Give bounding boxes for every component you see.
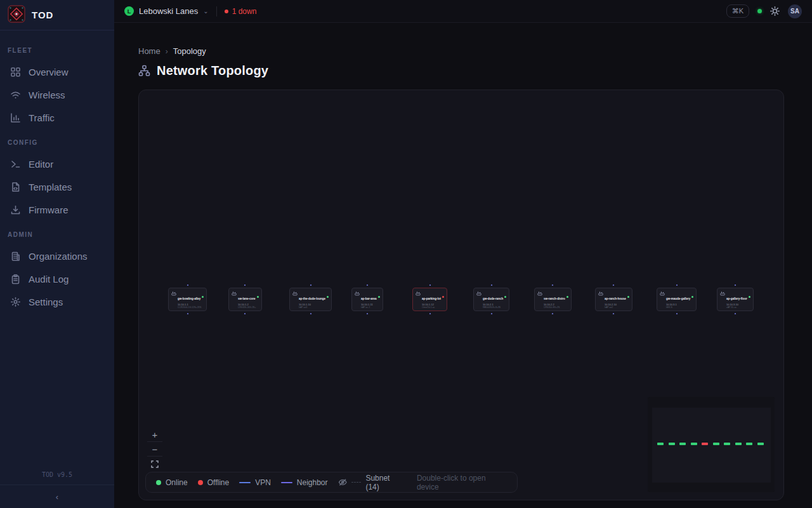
sidebar-item-settings[interactable]: Settings bbox=[3, 293, 112, 311]
user-avatar[interactable]: SA bbox=[788, 4, 802, 18]
topology-node[interactable]: ap-ranch-house10.10.2.10hAP ax2 bbox=[595, 288, 632, 311]
topbar-actions: ⌘K SA bbox=[726, 4, 802, 18]
sidebar-item-wireless[interactable]: Wireless bbox=[3, 86, 112, 104]
sun-icon bbox=[770, 6, 780, 16]
minimap-node-mark bbox=[724, 443, 730, 445]
eye-off-icon[interactable] bbox=[338, 478, 347, 487]
node-status-dot bbox=[566, 296, 568, 298]
topology-icon bbox=[138, 65, 150, 77]
node-name: ap-ranch-house bbox=[605, 297, 626, 300]
sidebar-item-firmware[interactable]: Firmware bbox=[3, 201, 112, 218]
zoom-out-button[interactable]: − bbox=[147, 442, 162, 457]
topology-canvas[interactable]: + − Online Offline VPN Neighbor bbox=[138, 90, 784, 500]
minimap-node-mark bbox=[713, 443, 719, 445]
topology-node[interactable]: ap-parking-lot10.10.1.12OmniTik 5 ac bbox=[412, 288, 447, 311]
device-icon bbox=[232, 291, 237, 296]
sidebar-item-label: Editor bbox=[29, 159, 53, 170]
topology-node[interactable]: gw-bowling-alley10.10.1.1CCR2004-1G-12S+… bbox=[168, 288, 207, 311]
sidebar-item-label: Settings bbox=[29, 297, 63, 307]
node-name: ap-the-dude-lounge bbox=[299, 297, 325, 300]
topology-node[interactable]: ap-the-dude-lounge10.10.1.10hAP ax3 bbox=[289, 288, 332, 311]
device-icon bbox=[598, 291, 603, 296]
fit-view-button[interactable] bbox=[147, 457, 162, 471]
sidebar-item-editor[interactable]: Editor bbox=[3, 155, 112, 173]
subnet-dash-icon bbox=[351, 482, 361, 483]
minimap-node-mark bbox=[735, 443, 742, 445]
devices-down-badge[interactable]: 1 down bbox=[225, 7, 257, 16]
topology-node[interactable]: ap-gallery-floor10.10.3.10cAP XL ac bbox=[717, 288, 754, 311]
sidebar-item-templates[interactable]: Templates bbox=[3, 178, 112, 196]
download-icon bbox=[10, 204, 21, 215]
brand[interactable]: TOD bbox=[0, 0, 114, 30]
topbar-divider bbox=[216, 6, 217, 17]
sidebar-collapse-button[interactable]: ‹ bbox=[0, 485, 114, 508]
topology-node[interactable]: sw-ranch-distro10.10.2.2CRS310-8G+2S bbox=[534, 288, 572, 311]
node-handle-top bbox=[244, 284, 246, 286]
sidebar-item-label: Organizations bbox=[29, 251, 88, 262]
sidebar-item-audit-log[interactable]: Audit Log bbox=[3, 270, 112, 288]
node-handle-top bbox=[366, 284, 369, 286]
topology-node[interactable]: gw-dude-ranch10.10.2.1RB5009UG+S+IN bbox=[473, 288, 509, 311]
topology-node[interactable]: sw-lane-core10.10.1.2CRS326-24G-2S+ bbox=[228, 288, 262, 311]
sidebar-item-traffic[interactable]: Traffic bbox=[3, 109, 112, 126]
legend-hint: Double-click to open device bbox=[417, 474, 507, 491]
minimap-node-mark bbox=[702, 443, 708, 445]
topology-node[interactable]: ap-bar-area10.10.1.11hAP ac 2 bbox=[351, 288, 383, 311]
file-icon bbox=[10, 182, 21, 192]
page-title-row: Network Topology bbox=[138, 64, 268, 78]
legend-neighbor: Neighbor bbox=[281, 478, 328, 487]
command-palette-shortcut[interactable]: ⌘K bbox=[726, 4, 749, 18]
breadcrumb-home[interactable]: Home bbox=[138, 46, 160, 56]
minimap[interactable] bbox=[648, 397, 775, 492]
node-status-dot bbox=[627, 296, 629, 298]
legend-subnet-label: Subnet (14) bbox=[365, 474, 403, 491]
device-icon bbox=[660, 291, 665, 296]
page-title: Network Topology bbox=[157, 64, 268, 78]
node-handle-bottom bbox=[429, 312, 431, 315]
app-logo-icon bbox=[8, 5, 25, 25]
legend-online: Online bbox=[156, 478, 188, 487]
node-handle-top bbox=[612, 284, 615, 286]
sidebar-item-overview[interactable]: Overview bbox=[3, 63, 112, 81]
brand-title: TOD bbox=[32, 10, 53, 20]
zoom-in-button[interactable]: + bbox=[147, 427, 162, 442]
nav-section-config: CONFIG bbox=[0, 131, 114, 150]
sidebar-item-label: Firmware bbox=[29, 204, 69, 215]
sidebar-item-organizations[interactable]: Organizations bbox=[3, 247, 112, 265]
topology-node[interactable]: gw-maude-gallery10.10.3.1hEX S bbox=[657, 288, 697, 311]
sidebar-item-label: Overview bbox=[29, 67, 69, 77]
node-model: hAP ax3 bbox=[299, 306, 329, 309]
sidebar-item-label: Traffic bbox=[29, 112, 55, 123]
node-status-dot bbox=[327, 296, 329, 298]
canvas-zoom-controls: + − bbox=[147, 427, 162, 471]
nav-section-fleet: FLEET bbox=[0, 39, 114, 58]
minimap-marks bbox=[657, 443, 764, 445]
legend-neighbor-label: Neighbor bbox=[297, 478, 328, 487]
org-switcher[interactable]: L Lebowski Lanes ⌄ bbox=[124, 6, 209, 16]
theme-toggle-button[interactable] bbox=[770, 6, 780, 16]
node-name: sw-ranch-distro bbox=[544, 297, 565, 300]
sidebar-item-label: Wireless bbox=[29, 90, 65, 100]
device-icon bbox=[171, 291, 176, 296]
vpn-line-icon bbox=[239, 482, 251, 483]
node-name: ap-parking-lot bbox=[422, 297, 441, 300]
node-handle-bottom bbox=[187, 312, 189, 315]
node-name: gw-dude-ranch bbox=[483, 297, 503, 300]
device-icon bbox=[292, 291, 298, 296]
node-model: hEX S bbox=[666, 306, 693, 309]
minimap-node-mark bbox=[669, 443, 675, 445]
node-handle-top bbox=[310, 284, 312, 286]
node-model: CRS310-8G+2S bbox=[544, 306, 568, 309]
minimap-node-mark bbox=[679, 443, 686, 445]
node-model: RB5009UG+S+IN bbox=[483, 306, 506, 309]
main-content: Home › Topology Network Topology + − Onl… bbox=[114, 23, 812, 508]
node-handle-bottom bbox=[490, 312, 493, 315]
sidebar-item-label: Audit Log bbox=[29, 274, 69, 284]
node-handle-bottom bbox=[244, 312, 246, 315]
legend-offline-label: Offline bbox=[207, 478, 229, 487]
chevron-left-icon: ‹ bbox=[56, 492, 58, 502]
building-icon bbox=[10, 251, 21, 262]
app-version: TOD v9.5 bbox=[0, 471, 114, 485]
node-status-dot bbox=[691, 296, 693, 298]
chevron-right-icon: › bbox=[166, 47, 168, 56]
